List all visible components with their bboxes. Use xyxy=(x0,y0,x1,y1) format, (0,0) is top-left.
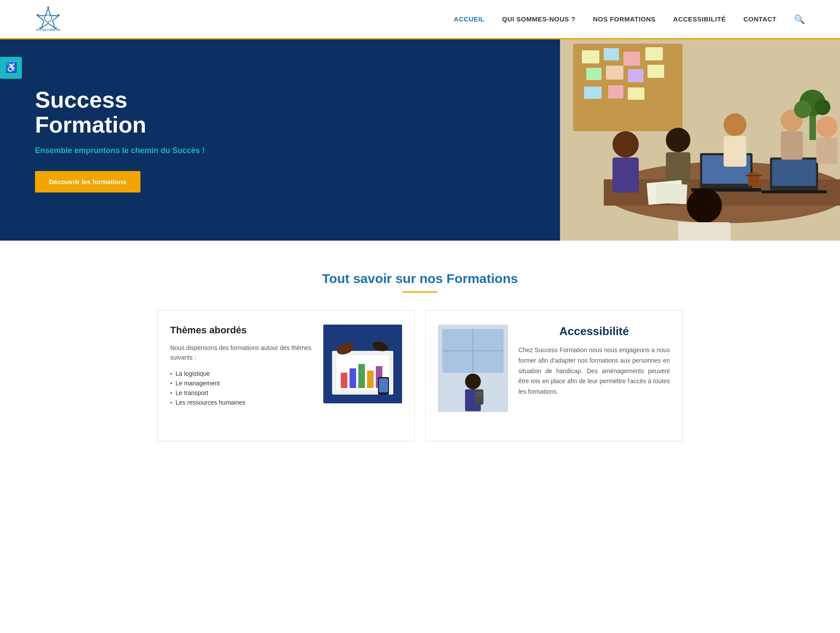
list-item: Le management xyxy=(170,378,313,388)
svg-rect-30 xyxy=(746,175,761,176)
hero-meeting-svg xyxy=(560,39,840,241)
svg-marker-0 xyxy=(38,8,59,28)
nav-accueil[interactable]: ACCUEIL xyxy=(454,15,484,23)
cards-row: Thèmes abordés Nous dispensons des forma… xyxy=(158,310,682,441)
formations-title: Tout savoir sur nos Formations xyxy=(35,271,805,286)
card-accessibility-image xyxy=(438,325,508,412)
svg-point-41 xyxy=(687,188,722,223)
svg-rect-67 xyxy=(475,389,483,405)
svg-point-3 xyxy=(58,14,60,16)
nav-qui-sommes-nous[interactable]: QUI SOMMES-NOUS ? xyxy=(502,15,576,23)
search-button[interactable]: 🔍 xyxy=(794,14,805,24)
svg-rect-69 xyxy=(476,395,483,397)
svg-rect-42 xyxy=(678,222,731,241)
svg-rect-52 xyxy=(341,373,347,388)
card-accessibility-title: Accessibilité xyxy=(518,325,670,338)
formations-section: Tout savoir sur nos Formations Thèmes ab… xyxy=(0,241,840,459)
card-accessibility-body: Chez Success Formation nous nous engageo… xyxy=(518,345,670,397)
svg-rect-11 xyxy=(604,48,619,60)
card-themes-title: Thèmes abordés xyxy=(170,325,313,336)
svg-rect-36 xyxy=(724,136,746,167)
nav-accessibilite[interactable]: ACCESSIBILITÉ xyxy=(673,15,726,23)
accessibility-icon: ♿ xyxy=(5,62,17,73)
svg-rect-32 xyxy=(612,157,639,192)
svg-rect-15 xyxy=(606,66,623,80)
svg-rect-14 xyxy=(586,68,602,80)
cta-button[interactable]: Découvrir les formations xyxy=(35,171,140,192)
hero-image xyxy=(560,39,840,241)
svg-point-35 xyxy=(724,113,746,136)
logo-area: SUCCESS FORMATION xyxy=(35,6,61,32)
svg-rect-60 xyxy=(379,378,388,392)
svg-rect-55 xyxy=(367,371,374,388)
svg-rect-44 xyxy=(656,183,687,204)
svg-point-1 xyxy=(45,15,52,22)
svg-rect-34 xyxy=(666,152,690,185)
svg-rect-16 xyxy=(628,69,644,82)
hero-subtitle: Ensemble empruntons le chemin du Succès … xyxy=(35,146,228,155)
card-themes-list: La logistique Le management Le transport… xyxy=(170,369,313,407)
card-themes-image xyxy=(323,325,402,403)
svg-point-47 xyxy=(794,101,812,118)
hero-title: Success Formation xyxy=(35,87,228,137)
nav-contact[interactable]: CONTACT xyxy=(743,15,777,23)
svg-rect-18 xyxy=(584,87,602,99)
svg-point-31 xyxy=(612,131,639,157)
list-item: Le transport xyxy=(170,388,313,398)
accessibility-button[interactable]: ♿ xyxy=(0,57,22,79)
svg-rect-38 xyxy=(781,131,803,160)
svg-rect-29 xyxy=(748,173,759,186)
svg-rect-28 xyxy=(761,190,827,193)
svg-rect-53 xyxy=(350,368,356,388)
svg-point-2 xyxy=(47,7,49,8)
list-item: La logistique xyxy=(170,369,313,378)
logo-icon: SUCCESS FORMATION xyxy=(35,6,61,32)
list-item: Les ressources humaines xyxy=(170,398,313,407)
svg-point-48 xyxy=(815,99,830,115)
svg-rect-13 xyxy=(645,47,663,60)
search-icon: 🔍 xyxy=(794,14,805,24)
card-accessibility-text: Accessibilité Chez Success Formation nou… xyxy=(518,325,670,397)
card-accessibility: Accessibilité Chez Success Formation nou… xyxy=(425,310,682,441)
hero-content: Success Formation Ensemble empruntons le… xyxy=(0,61,262,219)
svg-point-65 xyxy=(465,374,481,389)
main-nav: ACCUEIL QUI SOMMES-NOUS ? NOS FORMATIONS… xyxy=(454,14,805,24)
svg-rect-12 xyxy=(623,52,640,66)
site-header: SUCCESS FORMATION ACCUEIL QUI SOMMES-NOU… xyxy=(0,0,840,39)
nav-nos-formations[interactable]: NOS FORMATIONS xyxy=(593,15,655,23)
card-themes: Thèmes abordés Nous dispensons des forma… xyxy=(158,310,415,441)
svg-text:SUCCESS FORMATION: SUCCESS FORMATION xyxy=(36,28,60,31)
svg-rect-40 xyxy=(816,137,837,164)
hero-section: Success Formation Ensemble empruntons le… xyxy=(0,39,840,241)
svg-rect-17 xyxy=(648,65,664,78)
svg-point-33 xyxy=(666,128,690,152)
card-themes-text: Thèmes abordés Nous dispensons des forma… xyxy=(170,325,313,407)
svg-rect-19 xyxy=(608,85,623,98)
svg-rect-20 xyxy=(628,87,644,100)
card-themes-description: Nous dispensons des formations autour de… xyxy=(170,343,313,363)
svg-point-6 xyxy=(37,14,38,16)
title-underline xyxy=(402,291,438,293)
svg-point-39 xyxy=(816,116,837,137)
svg-rect-54 xyxy=(358,364,365,388)
svg-rect-27 xyxy=(772,160,816,186)
svg-rect-10 xyxy=(582,50,599,63)
svg-rect-68 xyxy=(476,392,483,394)
